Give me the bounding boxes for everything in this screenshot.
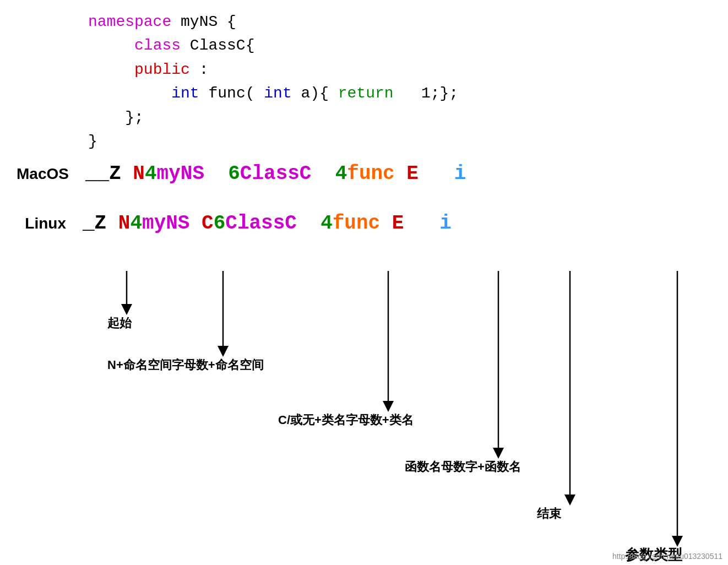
- linux-seg-classc: ClassC: [225, 212, 297, 235]
- label-class: C/或无+类名字母数+类名: [278, 412, 414, 428]
- macos-seg-n: N: [121, 162, 145, 185]
- kw-namespace: namespace: [88, 13, 171, 30]
- linux-seg-z: _Z: [83, 212, 106, 235]
- macos-seg-sp1: [204, 162, 228, 185]
- macos-seg-z: __Z: [85, 162, 121, 185]
- linux-seg-4a: 4: [130, 212, 142, 235]
- code-line3: public :: [88, 58, 458, 82]
- linux-seg-myns: myNS: [142, 212, 189, 235]
- macos-seg-func: func: [347, 162, 394, 185]
- macos-label: MacOS: [17, 165, 69, 183]
- code-line1: namespace myNS {: [88, 10, 458, 34]
- macos-seg-e: E: [406, 162, 419, 185]
- kw-int1: int: [171, 85, 199, 102]
- kw-int2: int: [264, 85, 291, 102]
- code-line6: }: [88, 129, 458, 153]
- kw-class: class: [134, 37, 181, 54]
- macos-seg-i: i: [454, 162, 466, 185]
- code-line2: class ClassC{: [88, 34, 458, 57]
- linux-seg-e: E: [392, 212, 404, 235]
- label-func: 函数名母数字+函数名: [405, 459, 521, 475]
- url-watermark: http://blog.csdn.net/u013230511: [612, 552, 722, 561]
- macos-seg-sp2: [311, 162, 335, 185]
- macos-seg-classc: ClassC: [240, 162, 312, 185]
- linux-seg-func: func: [333, 212, 380, 235]
- kw-public: public: [134, 61, 190, 78]
- linux-label: Linux: [17, 215, 66, 232]
- linux-row: Linux _Z N 4 myNS C 6 ClassC 4 func E i: [17, 212, 452, 235]
- label-end: 结束: [537, 506, 561, 522]
- linux-seg-4b: 4: [320, 212, 333, 235]
- macos-seg-4b: 4: [335, 162, 347, 185]
- code-block: namespace myNS { class ClassC{ public : …: [88, 10, 458, 153]
- linux-seg-sp2: [297, 212, 320, 235]
- macos-seg-sp4: [419, 162, 454, 185]
- linux-seg-c: C: [202, 212, 214, 235]
- macos-row: MacOS __Z N 4 myNS 6 ClassC 4 func E i: [17, 162, 466, 185]
- linux-seg-sp1: [189, 212, 202, 235]
- code-line4: int func( int a){ return 1;};: [88, 82, 458, 105]
- kw-return: return: [338, 85, 394, 102]
- macos-seg-sp3: [395, 162, 407, 185]
- code-line5: };: [88, 106, 458, 129]
- linux-seg-sp4: [404, 212, 439, 235]
- macos-seg-myns: myNS: [157, 162, 204, 185]
- linux-seg-sp3: [380, 212, 392, 235]
- label-namespace: N+命名空间字母数+命名空间: [107, 357, 264, 373]
- macos-seg-4a: 4: [145, 162, 157, 185]
- diagram: 起始 N+命名空间字母数+命名空间 C/或无+类名字母数+类名 函数名母数字+函…: [96, 270, 702, 562]
- label-qishi: 起始: [107, 315, 132, 332]
- macos-seg-6a: 6: [228, 162, 240, 185]
- page: namespace myNS { class ClassC{ public : …: [0, 0, 728, 565]
- linux-seg-n: N: [106, 212, 130, 235]
- linux-seg-6a: 6: [214, 212, 226, 235]
- linux-seg-i: i: [439, 212, 452, 235]
